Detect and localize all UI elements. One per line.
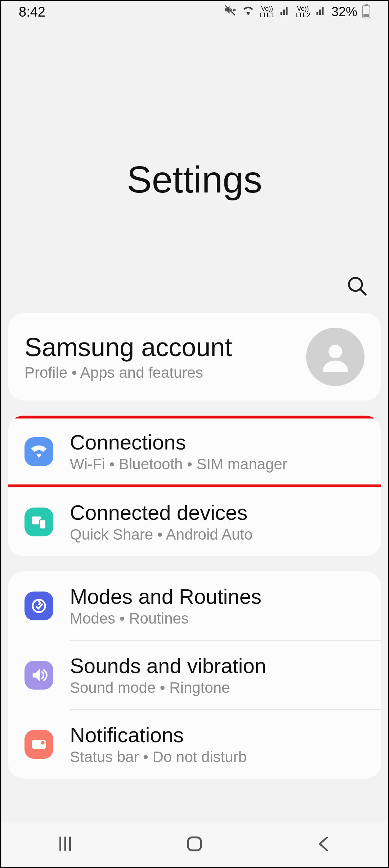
svg-point-3 (328, 345, 342, 359)
svg-rect-5 (40, 519, 46, 529)
recents-button[interactable] (55, 834, 75, 855)
samsung-account-row[interactable]: Samsung account Profile • Apps and featu… (8, 313, 381, 400)
status-bar: 8:42 Vo))LTE1 Vo))LTE2 32% (1, 1, 388, 23)
sim2-label: Vo))LTE2 (295, 5, 310, 18)
hero-area: Settings (1, 23, 388, 313)
item-title: Modes and Routines (70, 584, 365, 608)
sounds-vibration-row[interactable]: Sounds and vibration Sound mode • Ringto… (8, 641, 381, 709)
devices-icon (24, 508, 53, 536)
signal1-icon (280, 5, 290, 19)
settings-group-1: Connections Wi-Fi • Bluetooth • SIM mana… (8, 416, 381, 556)
battery-icon (362, 5, 370, 18)
status-time: 8:42 (19, 4, 45, 20)
account-title: Samsung account (24, 332, 296, 362)
wifi-icon (242, 4, 255, 20)
navigation-bar (1, 822, 388, 867)
item-title: Sounds and vibration (70, 654, 365, 678)
avatar[interactable] (306, 328, 365, 386)
svg-rect-7 (32, 740, 46, 749)
item-subtitle: Status bar • Do not disturb (70, 748, 365, 766)
item-title: Connected devices (70, 500, 365, 524)
speaker-icon (24, 661, 53, 690)
wifi-icon (24, 437, 53, 466)
back-button[interactable] (314, 834, 334, 855)
item-title: Connections (70, 430, 365, 454)
svg-line-2 (361, 289, 366, 294)
settings-group-2: Modes and Routines Modes • Routines Soun… (8, 571, 381, 779)
notifications-icon (24, 730, 53, 759)
account-subtitle: Profile • Apps and features (24, 364, 296, 381)
item-subtitle: Sound mode • Ringtone (70, 679, 365, 696)
mute-icon (224, 4, 237, 20)
sim1-label: Vo))LTE1 (260, 5, 275, 18)
routines-icon (24, 592, 53, 620)
battery-percentage: 32% (331, 4, 357, 19)
connected-devices-row[interactable]: Connected devices Quick Share • Android … (8, 487, 381, 556)
svg-rect-12 (188, 837, 201, 850)
home-button[interactable] (185, 834, 204, 855)
item-title: Notifications (70, 723, 365, 747)
status-indicators: Vo))LTE1 Vo))LTE2 32% (224, 4, 370, 20)
notifications-row[interactable]: Notifications Status bar • Do not distur… (8, 710, 381, 779)
svg-point-8 (41, 741, 45, 744)
item-subtitle: Modes • Routines (70, 610, 365, 627)
signal2-icon (316, 5, 326, 19)
item-subtitle: Wi-Fi • Bluetooth • SIM manager (70, 456, 365, 473)
page-title: Settings (1, 158, 388, 201)
connections-row[interactable]: Connections Wi-Fi • Bluetooth • SIM mana… (8, 416, 381, 487)
item-subtitle: Quick Share • Android Auto (70, 526, 365, 543)
modes-routines-row[interactable]: Modes and Routines Modes • Routines (8, 571, 381, 640)
search-icon[interactable] (346, 275, 368, 299)
